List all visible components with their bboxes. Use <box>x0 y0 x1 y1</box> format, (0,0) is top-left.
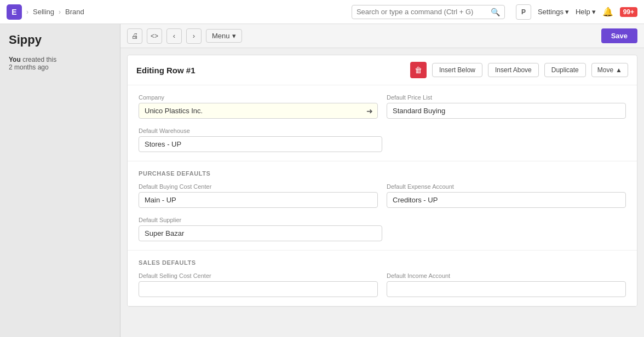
expense-account-label: Default Expense Account <box>387 183 626 190</box>
purchase-defaults-section: PURCHASE DEFAULTS Default Buying Cost Ce… <box>128 161 637 251</box>
default-price-list-input[interactable] <box>387 103 626 119</box>
print-icon: 🖨 <box>131 32 139 40</box>
search-icon: 🔍 <box>491 8 500 16</box>
print-button[interactable]: 🖨 <box>127 28 142 44</box>
default-price-list-label: Default Price List <box>387 94 626 101</box>
expense-account-input[interactable] <box>387 192 626 208</box>
insert-below-button[interactable]: Insert Below <box>432 63 482 77</box>
delete-row-button[interactable]: 🗑 <box>410 62 427 78</box>
search-bar[interactable]: 🔍 <box>352 5 505 19</box>
activity-time: 2 months ago <box>9 63 49 71</box>
code-button[interactable]: <> <box>147 28 162 44</box>
notification-count[interactable]: 99+ <box>620 7 637 17</box>
sales-defaults-label: SALES DEFAULTS <box>139 259 626 266</box>
page-layout: Sippy You created this 2 months ago 🖨 <>… <box>0 24 644 337</box>
company-section: Company ➜ Default Price List Default War… <box>128 85 637 161</box>
edit-panel: Editing Row #1 🗑 Insert Below Insert Abo… <box>127 55 637 307</box>
buying-cost-center-input[interactable] <box>139 192 378 208</box>
top-nav: E › Selling › Brand 🔍 P Settings ▾ Help … <box>0 0 644 24</box>
nav-right: P Settings ▾ Help ▾ 🔔 99+ <box>516 4 637 20</box>
buying-cost-center-label: Default Buying Cost Center <box>139 183 378 190</box>
settings-button[interactable]: Settings ▾ <box>538 8 569 16</box>
search-input[interactable] <box>357 8 491 16</box>
default-price-list-group: Default Price List <box>387 94 626 119</box>
company-group: Company ➜ <box>139 94 378 119</box>
menu-chevron-icon: ▾ <box>232 32 236 40</box>
breadcrumb-selling[interactable]: Selling <box>33 8 54 16</box>
default-supplier-input[interactable] <box>139 225 382 241</box>
app-icon[interactable]: E <box>7 4 22 20</box>
company-link-icon[interactable]: ➜ <box>362 107 377 115</box>
edit-panel-header: Editing Row #1 🗑 Insert Below Insert Abo… <box>128 55 637 85</box>
nav-prev-icon: ‹ <box>173 32 175 40</box>
default-warehouse-group: Default Warehouse <box>139 127 382 152</box>
selling-cost-center-input[interactable] <box>139 281 378 297</box>
warehouse-row: Default Warehouse <box>139 127 626 152</box>
nav-next-button[interactable]: › <box>186 28 202 44</box>
activity-text: You created this 2 months ago <box>9 56 111 71</box>
trash-icon: 🗑 <box>415 66 422 74</box>
settings-chevron-icon: ▾ <box>565 8 569 16</box>
activity-you: You <box>9 56 21 63</box>
activity-action: created this <box>22 56 56 63</box>
company-input[interactable] <box>139 103 362 118</box>
buying-cost-center-group: Default Buying Cost Center <box>139 183 378 208</box>
nav-next-icon: › <box>193 32 195 40</box>
code-icon: <> <box>151 32 158 40</box>
selling-cost-center-label: Default Selling Cost Center <box>139 272 378 279</box>
help-chevron-icon: ▾ <box>592 8 596 16</box>
purchase-defaults-label: PURCHASE DEFAULTS <box>139 170 626 177</box>
company-input-wrapper[interactable]: ➜ <box>139 103 378 119</box>
page-toolbar: 🖨 <> ‹ › Menu ▾ Save <box>120 24 644 48</box>
insert-above-button[interactable]: Insert Above <box>488 63 539 77</box>
move-button[interactable]: Move ▲ <box>591 63 628 77</box>
income-account-label: Default Income Account <box>387 272 626 279</box>
sales-defaults-row1: Default Selling Cost Center Default Inco… <box>139 272 626 297</box>
breadcrumb-chevron-1: › <box>26 8 28 16</box>
default-supplier-group: Default Supplier <box>139 217 382 241</box>
save-button[interactable]: Save <box>601 28 637 43</box>
move-up-icon: ▲ <box>616 66 622 74</box>
notification-icon[interactable]: 🔔 <box>602 7 613 17</box>
default-warehouse-label: Default Warehouse <box>139 127 382 134</box>
purchase-defaults-row2: Default Supplier <box>139 217 626 241</box>
breadcrumb-chevron-2: › <box>59 8 61 16</box>
company-label: Company <box>139 94 378 101</box>
purchase-defaults-row1: Default Buying Cost Center Default Expen… <box>139 183 626 208</box>
selling-cost-center-group: Default Selling Cost Center <box>139 272 378 297</box>
duplicate-button[interactable]: Duplicate <box>544 63 586 77</box>
default-warehouse-input[interactable] <box>139 136 382 152</box>
page-title: Sippy <box>9 33 111 47</box>
default-supplier-label: Default Supplier <box>139 217 382 223</box>
avatar[interactable]: P <box>516 4 531 20</box>
nav-prev-button[interactable]: ‹ <box>166 28 182 44</box>
menu-button[interactable]: Menu ▾ <box>206 29 242 43</box>
income-account-input[interactable] <box>387 281 626 297</box>
help-button[interactable]: Help ▾ <box>576 8 596 16</box>
sidebar: Sippy You created this 2 months ago <box>0 24 120 337</box>
edit-panel-title: Editing Row #1 <box>136 66 405 75</box>
main-content: 🖨 <> ‹ › Menu ▾ Save Editing Row #1 <box>120 24 644 337</box>
breadcrumb-brand[interactable]: Brand <box>65 8 84 16</box>
income-account-group: Default Income Account <box>387 272 626 297</box>
expense-account-group: Default Expense Account <box>387 183 626 208</box>
company-row: Company ➜ Default Price List <box>139 94 626 119</box>
sales-defaults-section: SALES DEFAULTS Default Selling Cost Cent… <box>128 251 637 306</box>
